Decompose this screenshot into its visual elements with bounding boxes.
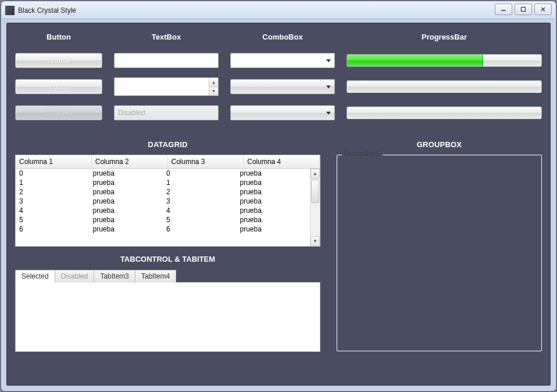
scroll-thumb[interactable] (311, 180, 319, 203)
scrollbar-vertical[interactable]: ▲ ▼ (310, 169, 320, 246)
datagrid-section: DATAGRID Columna 1 Columna 2 Columna 3 C… (15, 140, 320, 352)
button-disabled: Disabled (15, 105, 102, 120)
table-cell: prueba (237, 187, 310, 197)
maximize-button[interactable] (515, 3, 532, 15)
groupbox-legend: GroupBox1 (344, 149, 380, 158)
table-cell: 3 (16, 197, 90, 206)
textbox-normal[interactable] (114, 53, 219, 68)
progressbar-empty-1 (347, 80, 542, 93)
dropdown-icon[interactable] (323, 54, 334, 67)
scroll-down-icon[interactable]: ▼ (310, 236, 320, 246)
dropdown-icon[interactable] (323, 80, 334, 94)
table-cell: 0 (16, 169, 90, 178)
table-cell: 4 (163, 206, 237, 215)
header-progressbar: ProgressBar (347, 33, 542, 41)
table-row[interactable]: 2prueba2prueba (16, 187, 310, 197)
table-cell: 2 (16, 187, 90, 197)
window-frame: Black Crystal Style Button TextBox Combo… (1, 1, 556, 391)
datagrid-title: DATAGRID (15, 140, 320, 149)
table-row[interactable]: 3prueba3prueba (16, 197, 310, 206)
combobox-normal[interactable] (230, 53, 335, 68)
button-focus-label: Focus (49, 83, 69, 91)
datagrid-header-row: Columna 1 Columna 2 Columna 3 Columna 4 (16, 155, 320, 169)
combobox-disabled (230, 105, 335, 120)
datagrid-header[interactable]: Columna 4 (244, 155, 320, 168)
tab-disabled: Disabled (55, 270, 95, 283)
button-normal-label: Normal (48, 56, 70, 65)
button-disabled-label: Disabled (45, 109, 73, 117)
tab-content (15, 282, 320, 352)
table-row[interactable]: 1prueba1prueba (16, 178, 310, 187)
datagrid-header[interactable]: Columna 3 (168, 155, 244, 168)
progressbar-filled (347, 54, 542, 67)
table-cell: prueba (237, 224, 310, 234)
dropdown-icon (323, 106, 334, 120)
table-cell: 1 (16, 178, 90, 187)
datagrid-header[interactable]: Columna 2 (92, 155, 168, 168)
progressbar-fill (347, 55, 483, 66)
table-cell: prueba (237, 178, 310, 187)
tabstrip: SelectedDisabledTabItem3TabItem4 (15, 269, 320, 282)
datagrid-header[interactable]: Columna 1 (16, 155, 92, 168)
groupbox-title: GROUPBOX (337, 140, 542, 149)
header-textbox: TextBox (114, 33, 219, 41)
datagrid[interactable]: Columna 1 Columna 2 Columna 3 Columna 4 … (15, 155, 320, 247)
table-cell: 6 (163, 224, 237, 234)
tabcontrol-section: TABCONTROL & TABITEM SelectedDisabledTab… (15, 255, 320, 352)
table-cell: prueba (90, 197, 163, 206)
table-cell: prueba (90, 215, 163, 224)
datagrid-body[interactable]: 0prueba0prueba1prueba1prueba2prueba2prue… (16, 169, 320, 246)
button-focus[interactable]: Focus (15, 79, 102, 94)
button-normal[interactable]: Normal (15, 53, 102, 68)
textbox-disabled-placeholder: Disabled (118, 109, 145, 117)
spinner[interactable]: ▲ ▼ (209, 78, 218, 95)
table-cell: prueba (237, 206, 310, 215)
header-combobox: ComboBox (230, 33, 335, 41)
app-icon (5, 6, 15, 15)
spinner-up-icon[interactable]: ▲ (209, 78, 218, 87)
table-cell: 1 (163, 178, 237, 187)
table-row[interactable]: 0prueba0prueba (16, 169, 310, 178)
header-button: Button (15, 33, 102, 41)
table-cell: prueba (90, 178, 163, 187)
tabcontrol-title: TABCONTROL & TABITEM (15, 255, 320, 263)
table-cell: 5 (16, 215, 90, 224)
svg-rect-1 (522, 8, 526, 12)
combobox-styled[interactable] (230, 79, 335, 94)
progressbar-empty-2 (347, 106, 542, 119)
textbox-disabled: Disabled (114, 105, 219, 120)
table-cell: prueba (237, 169, 310, 178)
client-area: Button TextBox ComboBox ProgressBar Norm… (6, 23, 551, 386)
table-cell: prueba (237, 197, 310, 206)
scroll-track[interactable] (310, 179, 320, 236)
spinner-down-icon[interactable]: ▼ (209, 87, 218, 96)
close-button[interactable] (534, 3, 552, 15)
titlebar[interactable]: Black Crystal Style (2, 2, 555, 19)
table-cell: prueba (90, 187, 163, 197)
tab-tabitem3[interactable]: TabItem3 (94, 270, 135, 283)
scroll-up-icon[interactable]: ▲ (310, 169, 320, 179)
table-row[interactable]: 6prueba6prueba (16, 224, 310, 234)
table-row[interactable]: 4prueba4prueba (16, 206, 310, 215)
textbox-numeric[interactable]: ▲ ▼ (114, 77, 219, 96)
tab-selected[interactable]: Selected (15, 270, 55, 283)
minimize-button[interactable] (495, 3, 512, 15)
table-cell: 5 (163, 215, 237, 224)
table-cell: 3 (163, 197, 237, 206)
table-cell: 2 (163, 187, 237, 197)
groupbox: GroupBox1 (337, 155, 542, 351)
window-title: Black Crystal Style (18, 6, 76, 15)
tab-tabitem4[interactable]: TabItem4 (135, 270, 176, 283)
table-cell: 4 (16, 206, 90, 215)
table-cell: prueba (90, 224, 163, 234)
table-cell: 0 (163, 169, 237, 178)
table-cell: prueba (237, 215, 310, 224)
table-row[interactable]: 5prueba5prueba (16, 215, 310, 224)
table-cell: prueba (90, 206, 163, 215)
groupbox-section: GROUPBOX GroupBox1 (337, 140, 542, 352)
table-cell: prueba (90, 169, 163, 178)
table-cell: 6 (16, 224, 90, 234)
